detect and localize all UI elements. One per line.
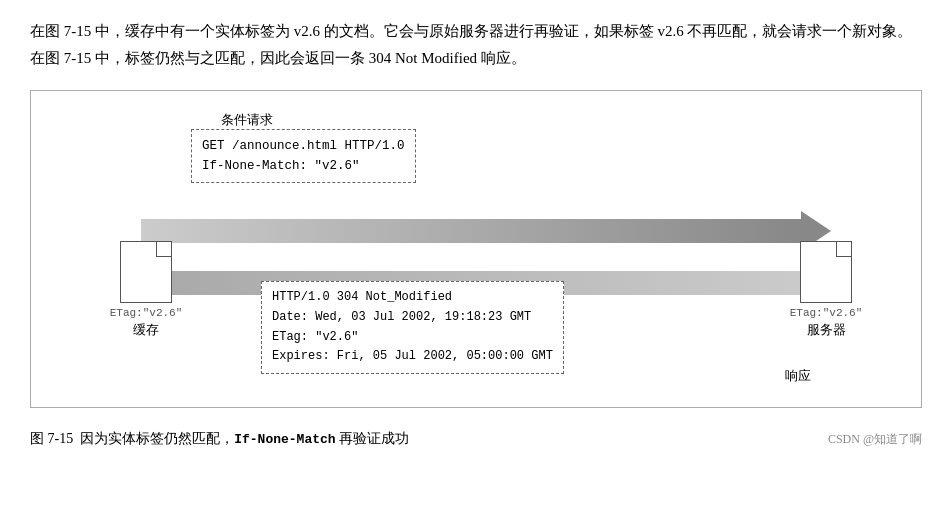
caption-desc-prefix: 因为实体标签仍然匹配， (80, 431, 234, 446)
diagram-container: 条件请求 GET /announce.html HTTP/1.0 If-None… (30, 90, 922, 408)
intro-paragraph: 在图 7-15 中，缓存中有一个实体标签为 v2.6 的文档。它会与原始服务器进… (30, 18, 922, 72)
request-line2: If-None-Match: "v2.6" (202, 156, 405, 176)
request-arrow (141, 211, 831, 251)
caption-desc-suffix: 再验证成功 (336, 431, 410, 446)
diagram-inner: 条件请求 GET /announce.html HTTP/1.0 If-None… (61, 111, 891, 391)
cache-etag-label: ETag:"v2.6" (101, 307, 191, 319)
intro-text: 在图 7-15 中，缓存中有一个实体标签为 v2.6 的文档。它会与原始服务器进… (30, 23, 913, 66)
response-label: 响应 (785, 367, 811, 385)
server-text-label: 服务器 (781, 321, 871, 339)
arrow-right-body (141, 219, 801, 243)
cond-request-label: 条件请求 (221, 111, 273, 129)
figure-caption: 图 7-15 因为实体标签仍然匹配，If-None-Match 再验证成功 CS… (30, 422, 922, 450)
request-line1: GET /announce.html HTTP/1.0 (202, 136, 405, 156)
response-box: HTTP/1.0 304 Not_Modified Date: Wed, 03 … (261, 281, 564, 374)
response-line2: Date: Wed, 03 Jul 2002, 19:18:23 GMT (272, 308, 553, 328)
fig-num: 图 7-15 (30, 431, 73, 446)
arrow-area (141, 211, 831, 261)
response-line3: ETag: "v2.6" (272, 328, 553, 348)
cache-doc-icon (120, 241, 172, 303)
server-etag-label: ETag:"v2.6" (781, 307, 871, 319)
cache-text-label: 缓存 (101, 321, 191, 339)
response-line4: Expires: Fri, 05 Jul 2002, 05:00:00 GMT (272, 347, 553, 367)
caption-mono: If-None-Match (234, 432, 335, 447)
server-block: ETag:"v2.6" 服务器 (781, 241, 871, 339)
server-doc-icon (800, 241, 852, 303)
cache-block: ETag:"v2.6" 缓存 (101, 241, 191, 339)
csdn-watermark: CSDN @知道了啊 (828, 431, 922, 448)
request-box: GET /announce.html HTTP/1.0 If-None-Matc… (191, 129, 416, 183)
response-line1: HTTP/1.0 304 Not_Modified (272, 288, 553, 308)
